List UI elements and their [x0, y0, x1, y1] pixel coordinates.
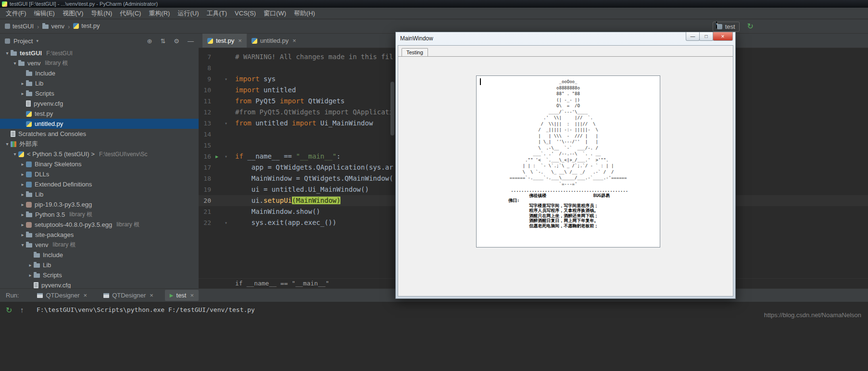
qt-window-titlebar[interactable]: MainWindow — □ ×: [396, 32, 735, 44]
tree-item[interactable]: ▾venvlibrary 根: [0, 240, 199, 250]
tab-close-icon[interactable]: ×: [84, 292, 88, 299]
tab-close-icon[interactable]: ×: [238, 37, 242, 44]
tree-item[interactable]: test.py: [0, 109, 199, 119]
menu-item[interactable]: 文件(F): [2, 8, 30, 19]
run-line-icon[interactable]: ▶: [215, 151, 218, 162]
tree-arrow-down-icon[interactable]: ▾: [4, 50, 11, 56]
tree-item[interactable]: pyvenv.cfg: [0, 99, 199, 109]
tree-item[interactable]: ▸site-packages: [0, 230, 199, 240]
tree-item[interactable]: ▾外部库: [0, 139, 199, 149]
tree-arrow-right-icon[interactable]: ▸: [19, 182, 26, 187]
tree-arrow-right-icon[interactable]: ▸: [19, 222, 26, 227]
tree-item[interactable]: ▸Python 3.5library 根: [0, 210, 199, 220]
close-button[interactable]: ×: [713, 32, 733, 41]
menu-item[interactable]: 运行(U): [174, 8, 202, 19]
tab-testing[interactable]: Testing: [402, 48, 428, 57]
line-number: 12: [199, 107, 211, 118]
line-number: 22: [199, 217, 211, 228]
project-tool-window: Project ▾ ⊕ ⇅ ⚙ — ▾testGUIF:\testGUI▾ven…: [0, 34, 199, 288]
tree-item[interactable]: ▸Extended Definitions: [0, 179, 199, 189]
tree-item[interactable]: untitled.py: [0, 119, 199, 129]
run-configuration-selector[interactable]: test ▾: [713, 22, 740, 32]
tree-arrow-right-icon[interactable]: ▸: [19, 172, 26, 177]
editor-tab[interactable]: untitled.py×: [247, 34, 301, 48]
text-edit[interactable]: _ooOoo_ o8888888o 88" . "88 (| -_- |) O\…: [476, 75, 660, 247]
editor-scrollbar[interactable]: [390, 82, 394, 136]
tree-arrow-right-icon[interactable]: ▸: [19, 202, 26, 207]
menu-item[interactable]: 代码(C): [116, 8, 145, 19]
tree-item[interactable]: ▸Scripts: [0, 88, 199, 99]
rerun-icon[interactable]: ↻: [6, 306, 12, 315]
collapse-all-icon[interactable]: ⇅: [160, 37, 165, 45]
run-tab[interactable]: QTDesigner×: [32, 290, 92, 301]
binlib-icon: [26, 172, 32, 177]
chevron-down-icon[interactable]: ▾: [36, 38, 38, 43]
fold-icon[interactable]: ▾: [225, 118, 227, 129]
tree-item[interactable]: ▾< Python 3.5 (testGUI) >F:\testGUI\venv…: [0, 149, 199, 159]
tree-item[interactable]: ▸Lib: [0, 78, 199, 88]
tree-item[interactable]: Include: [0, 68, 199, 78]
minimize-button[interactable]: —: [686, 32, 700, 41]
line-number: 20: [199, 195, 211, 206]
tree-arrow-down-icon[interactable]: ▾: [12, 151, 18, 157]
settings-gear-icon[interactable]: ⚙: [174, 37, 179, 45]
tree-item[interactable]: ▸setuptools-40.8.0-py3.5.egglibrary 根: [0, 220, 199, 230]
fold-icon[interactable]: ▾: [225, 74, 227, 85]
gutter: 13▾: [199, 118, 230, 129]
tree-label: untitled.py: [35, 120, 63, 127]
tab-close-icon[interactable]: ×: [150, 292, 153, 299]
menu-item[interactable]: VCS(S): [231, 9, 260, 18]
run-tab[interactable]: ▶test×: [165, 290, 199, 301]
gutter: 12: [199, 107, 230, 118]
tree-arrow-right-icon[interactable]: ▸: [27, 272, 34, 278]
tree-item[interactable]: ▸DLLs: [0, 169, 199, 179]
tree-item[interactable]: ▸Lib: [0, 260, 199, 270]
breadcrumb-item[interactable]: venv: [42, 23, 64, 30]
tree-item[interactable]: Scratches and Consoles: [0, 129, 199, 139]
maximize-button[interactable]: □: [699, 32, 713, 41]
tree-item[interactable]: Include: [0, 250, 199, 260]
menu-item[interactable]: 工具(T): [202, 8, 231, 19]
tree-arrow-right-icon[interactable]: ▸: [19, 161, 26, 167]
tree-suffix: library 根: [116, 221, 139, 229]
tree-arrow-down-icon[interactable]: ▾: [19, 242, 26, 247]
line-number: 16: [199, 151, 211, 162]
tab-close-icon[interactable]: ×: [292, 37, 296, 44]
fold-icon[interactable]: ▾: [225, 151, 227, 162]
menu-item[interactable]: 视图(V): [59, 8, 87, 19]
up-stack-trace-icon[interactable]: ↑: [20, 306, 24, 314]
breadcrumb-item[interactable]: testGUI: [5, 23, 34, 30]
gutter: 19: [199, 184, 230, 195]
tree-arrow-right-icon[interactable]: ▸: [19, 91, 26, 96]
tab-close-icon[interactable]: ×: [190, 292, 194, 299]
menu-item[interactable]: 帮助(H): [290, 8, 319, 19]
tree-item[interactable]: ▸Binary Skeletons: [0, 159, 199, 169]
tree-label: test.py: [35, 110, 53, 117]
menu-item[interactable]: 编辑(E): [30, 8, 59, 19]
tree-arrow-right-icon[interactable]: ▸: [27, 262, 34, 268]
tree-item[interactable]: pyvenv.cfg: [0, 280, 199, 288]
hide-panel-icon[interactable]: —: [188, 37, 194, 45]
menu-item[interactable]: 重构(R): [145, 8, 174, 19]
menu-item[interactable]: 导航(N): [87, 8, 116, 19]
run-tab[interactable]: QTDesigner×: [99, 290, 158, 301]
tree-arrow-right-icon[interactable]: ▸: [19, 232, 26, 237]
gutter: 15: [199, 140, 230, 151]
tree-item[interactable]: ▸Lib: [0, 189, 199, 199]
tree-arrow-right-icon[interactable]: ▸: [19, 81, 26, 86]
tree-arrow-right-icon[interactable]: ▸: [19, 212, 26, 217]
fold-icon[interactable]: ▾: [225, 217, 227, 228]
tree-arrow-down-icon[interactable]: ▾: [4, 141, 11, 147]
tree-item[interactable]: ▾testGUIF:\testGUI: [0, 48, 199, 58]
locate-file-icon[interactable]: ⊕: [147, 37, 152, 45]
tree-item[interactable]: ▸pip-19.0.3-py3.5.egg: [0, 199, 199, 210]
tree-arrow-right-icon[interactable]: ▸: [19, 192, 26, 197]
tree-arrow-down-icon[interactable]: ▾: [12, 61, 18, 66]
menu-item[interactable]: 窗口(W): [260, 8, 290, 19]
editor-tab[interactable]: test.py×: [202, 34, 247, 48]
tree-label: setuptools-40.8.0-py3.5.egg: [35, 221, 112, 228]
tree-item[interactable]: ▸Scripts: [0, 270, 199, 280]
sync-icon[interactable]: ↻: [747, 23, 754, 30]
tree-item[interactable]: ▾venvlibrary 根: [0, 58, 199, 68]
breadcrumb-item[interactable]: test.py: [73, 22, 100, 29]
